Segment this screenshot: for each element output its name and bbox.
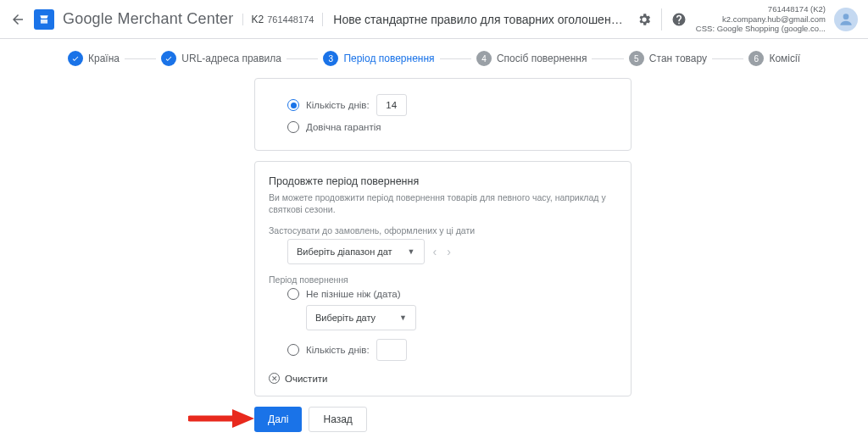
next-button[interactable]: Далі bbox=[254, 407, 302, 432]
date-range-select[interactable]: Виберіть діапазон дат ▼ bbox=[287, 239, 425, 264]
step-number: 6 bbox=[748, 51, 764, 66]
account-chip-label: K2 bbox=[252, 14, 264, 25]
back-button[interactable]: Назад bbox=[309, 407, 366, 432]
svg-marker-2 bbox=[232, 409, 254, 428]
avatar[interactable] bbox=[834, 8, 858, 31]
radio-extend-days[interactable] bbox=[287, 344, 299, 356]
step-label: Країна bbox=[88, 53, 120, 64]
return-period-label: Період повернення bbox=[269, 274, 617, 285]
check-icon bbox=[71, 54, 80, 63]
wizard-buttons: Далі Назад bbox=[254, 407, 868, 432]
date-value: Виберіть дату bbox=[315, 313, 376, 323]
chevron-left-icon[interactable]: ‹ bbox=[433, 245, 437, 258]
step-number: 3 bbox=[323, 51, 338, 66]
chevron-right-icon[interactable]: › bbox=[447, 245, 451, 258]
days-input[interactable] bbox=[376, 94, 407, 116]
step-return-period[interactable]: 3 Період повернення bbox=[323, 51, 434, 66]
step-item-condition[interactable]: 5 Стан товару bbox=[629, 51, 707, 66]
step-label: Комісії bbox=[769, 53, 800, 64]
extend-subtitle: Ви можете продовжити період повернення т… bbox=[269, 192, 617, 215]
check-icon bbox=[164, 54, 173, 63]
account-css-line: CSS: Google Shopping (google.co... bbox=[696, 24, 826, 34]
radio-lifetime[interactable] bbox=[287, 121, 299, 133]
form-content: Кількість днів: Довічна гарантія Продовж… bbox=[254, 78, 632, 396]
step-country[interactable]: Країна bbox=[68, 51, 120, 66]
lifetime-label: Довічна гарантія bbox=[306, 122, 381, 132]
svg-point-0 bbox=[843, 14, 849, 19]
app-logo-icon bbox=[34, 9, 54, 30]
account-chip-id: 761448174 bbox=[267, 14, 314, 25]
annotation-arrow-icon bbox=[188, 408, 256, 430]
account-info: 761448174 (K2) k2.company.hub@gmail.com … bbox=[696, 4, 826, 35]
days-label: Кількість днів: bbox=[306, 100, 370, 110]
stepper: Країна URL-адреса правила 3 Період повер… bbox=[51, 44, 817, 73]
header-actions: 761448174 (K2) k2.company.hub@gmail.com … bbox=[636, 4, 858, 35]
extend-days-input[interactable] bbox=[376, 339, 407, 361]
account-id-line: 761448174 (K2) bbox=[696, 4, 826, 14]
caret-down-icon: ▼ bbox=[408, 247, 415, 256]
not-later-label: Не пізніше ніж (дата) bbox=[306, 289, 401, 299]
date-pager: ‹ › bbox=[433, 245, 451, 258]
step-return-method[interactable]: 4 Спосіб повернення bbox=[476, 51, 587, 66]
radio-not-later-than[interactable] bbox=[287, 288, 299, 300]
return-window-card: Кількість днів: Довічна гарантія bbox=[254, 78, 632, 151]
extend-days-label: Кількість днів: bbox=[306, 345, 370, 355]
divider bbox=[661, 8, 662, 30]
help-icon[interactable] bbox=[670, 11, 687, 28]
page-title: Нове стандартне правило для товарних ого… bbox=[322, 13, 627, 26]
arrow-left-icon bbox=[10, 12, 25, 27]
gear-icon[interactable] bbox=[636, 11, 653, 28]
apply-dates-label: Застосувати до замовлень, оформлених у ц… bbox=[269, 225, 617, 236]
extend-title: Продовжте період повернення bbox=[269, 175, 617, 187]
step-label: Спосіб повернення bbox=[497, 53, 587, 64]
step-fees[interactable]: 6 Комісії bbox=[748, 51, 800, 66]
extend-return-card: Продовжте період повернення Ви можете пр… bbox=[254, 161, 632, 396]
app-title: Google Merchant Center bbox=[63, 10, 234, 28]
step-number: 5 bbox=[629, 51, 644, 66]
step-label: Період повернення bbox=[343, 53, 434, 64]
back-button[interactable] bbox=[10, 12, 25, 27]
step-label: Стан товару bbox=[649, 53, 707, 64]
step-label: URL-адреса правила bbox=[181, 53, 281, 64]
app-header: Google Merchant Center K2 761448174 Нове… bbox=[0, 0, 868, 39]
step-number: 4 bbox=[476, 51, 492, 66]
clear-button[interactable]: ✕ Очистити bbox=[269, 373, 617, 384]
account-email-line: k2.company.hub@gmail.com bbox=[696, 14, 826, 25]
date-select[interactable]: Виберіть дату ▼ bbox=[306, 305, 416, 330]
clear-label: Очистити bbox=[285, 374, 328, 384]
step-url[interactable]: URL-адреса правила bbox=[161, 51, 281, 66]
account-chip[interactable]: K2 761448174 bbox=[242, 14, 314, 25]
radio-days[interactable] bbox=[287, 99, 299, 111]
clear-icon: ✕ bbox=[269, 373, 280, 384]
caret-down-icon: ▼ bbox=[399, 313, 407, 322]
date-range-value: Виберіть діапазон дат bbox=[297, 247, 392, 257]
